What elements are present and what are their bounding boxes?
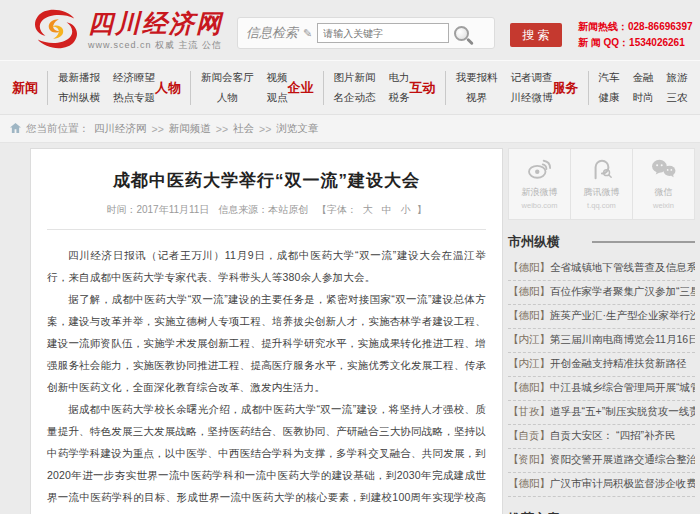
tencent-weibo-link[interactable]: 腾讯微博 t.qq.com: [571, 149, 633, 219]
news-title: 资阳交警开展道路交通综合整治执勤执: [550, 453, 695, 465]
nav-link[interactable]: 金融: [633, 71, 654, 85]
article-source: 信息来源：本站原创: [218, 204, 308, 215]
recommend-title: 推荐文章: [508, 510, 560, 514]
nav-link[interactable]: 图片新闻: [334, 71, 376, 85]
search-button[interactable]: 搜 索: [510, 23, 562, 47]
article-paragraph: 四川经济日报讯（记者王万川）11月9日，成都中医药大学“双一流”建设大会在温江举…: [47, 244, 486, 288]
nav-group-interact: 互动 我要报料 视界 记者调查 川经微博: [410, 71, 553, 105]
search-bar: 信息检索 ✎: [237, 17, 495, 49]
social-domain: weibo.com: [522, 201, 558, 210]
nav-item-people[interactable]: 人物: [155, 79, 181, 97]
nav-link[interactable]: 我要报料: [456, 71, 498, 85]
list-item[interactable]: 【自贡】自贡大安区： “四招”补齐民: [508, 425, 695, 449]
nav-link[interactable]: 税务: [389, 91, 410, 105]
breadcrumb-home[interactable]: 四川经济网: [94, 122, 147, 136]
list-item[interactable]: 【德阳】中江县城乡综合管理局开展“城管榜: [508, 377, 695, 401]
nav-group-news: 新闻 最新播报 市州纵横 经济瞭望 热点专题: [12, 71, 155, 105]
city-news-title: 市州纵横: [508, 233, 560, 251]
nav-link[interactable]: 最新播报: [58, 71, 100, 85]
social-domain: weixin: [653, 201, 674, 210]
news-tag: 【内江】: [508, 357, 550, 369]
font-size-medium[interactable]: 中: [382, 204, 392, 215]
nav-link[interactable]: 汽车: [599, 71, 620, 85]
nav-group-people: 人物 新闻会客厅 人物 视频 观点: [155, 71, 288, 105]
nav-item-enterprise[interactable]: 企业: [288, 79, 314, 97]
sidebar: 新浪微博 weibo.com 腾讯微博 t.qq.com: [508, 148, 695, 514]
city-news-list: 【德阳】全省城镇地下管线普查及信息系统建设 【德阳】百位作家学者聚集广汉参加“三…: [508, 257, 695, 497]
divider: [190, 71, 191, 105]
nav-link[interactable]: 名企动态: [334, 91, 376, 105]
list-item[interactable]: 【德阳】全省城镇地下管线普查及信息系统建设: [508, 257, 695, 281]
nav-link[interactable]: 健康: [599, 91, 620, 105]
nav-link[interactable]: 经济瞭望: [113, 71, 155, 85]
nav-item-interact[interactable]: 互动: [410, 79, 436, 97]
divider: [588, 71, 589, 105]
site-name: 四川经济网: [88, 11, 223, 37]
sina-weibo-link[interactable]: 新浪微博 weibo.com: [509, 149, 571, 219]
article-time: 时间：2017年11月11日: [106, 204, 209, 215]
nav-item-service[interactable]: 服务: [553, 79, 579, 97]
divider: [47, 71, 48, 105]
search-magnifier-icon[interactable]: [454, 26, 469, 41]
breadcrumb-channel[interactable]: 新闻频道: [169, 122, 211, 136]
list-item[interactable]: 【内江】第三届川南电商博览会11月16日内江启: [508, 329, 695, 353]
social-domain: t.qq.com: [587, 201, 616, 210]
list-item[interactable]: 【资阳】资阳交警开展道路交通综合整治执勤执: [508, 449, 695, 473]
home-icon: [10, 123, 21, 135]
logo-swirl-icon: [30, 7, 82, 55]
news-title: 自贡大安区： “四招”补齐民: [550, 429, 675, 441]
nav-link[interactable]: 川经微博: [511, 91, 553, 105]
site-header: 四川经济网 www.sced.cn 权威 主流 公信 信息检索 ✎ 搜 索 新闻…: [0, 0, 700, 60]
site-slogan: 权威 主流 公信: [155, 40, 222, 50]
breadcrumb-separator: >>: [152, 123, 164, 135]
news-tag: 【内江】: [508, 333, 550, 345]
news-qq: 新 闻 QQ：1534026261: [578, 35, 693, 51]
news-tag: 【甘孜】: [508, 405, 550, 417]
font-size-large[interactable]: 大: [363, 204, 373, 215]
news-title: 道孚县“五+”制压实脱贫攻一线责任: [550, 405, 695, 417]
article-paragraph: 据了解，成都中医药大学“双一流”建设的主要任务是，紧密对接国家“双一流”建设总体…: [47, 288, 486, 398]
social-name: 微信: [655, 186, 673, 199]
breadcrumb-category[interactable]: 社会: [233, 122, 254, 136]
nav-link[interactable]: 人物: [217, 91, 238, 105]
breadcrumb: 您当前位置： 四川经济网 >> 新闻频道 >> 社会 >> 浏览文章: [0, 115, 700, 143]
nav-item-news[interactable]: 新闻: [12, 79, 38, 97]
list-item[interactable]: 【内江】开创金融支持精准扶贫新路径: [508, 353, 695, 377]
site-logo[interactable]: 四川经济网 www.sced.cn 权威 主流 公信: [30, 7, 223, 55]
nav-link[interactable]: 电力: [389, 71, 410, 85]
nav-link[interactable]: 三农: [667, 91, 688, 105]
article-paragraph: 据成都中医药大学校长余曙光介绍，成都中医药大学“双一流”建设，将坚持人才强校、质…: [47, 398, 486, 514]
nav-link[interactable]: 旅游: [667, 71, 688, 85]
font-size-suffix: 】: [417, 204, 427, 215]
font-size-prefix: 【字体：: [317, 204, 357, 215]
news-tag: 【德阳】: [508, 381, 550, 393]
nav-link[interactable]: 记者调查: [511, 71, 553, 85]
site-url: www.sced.cn: [88, 40, 152, 50]
social-share-box: 新浪微博 weibo.com 腾讯微博 t.qq.com: [508, 148, 695, 220]
font-size-small[interactable]: 小: [401, 204, 411, 215]
news-tag: 【自贡】: [508, 429, 550, 441]
wechat-link[interactable]: 微信 weixin: [633, 149, 694, 219]
article-body: 四川经济日报讯（记者王万川）11月9日，成都中医药大学“双一流”建设大会在温江举…: [47, 244, 486, 514]
list-item[interactable]: 【甘孜】道孚县“五+”制压实脱贫攻一线责任: [508, 401, 695, 425]
divider: [445, 71, 446, 105]
breadcrumb-separator: >>: [259, 123, 271, 135]
divider: [592, 241, 695, 243]
nav-link[interactable]: 观点: [267, 91, 288, 105]
nav-link[interactable]: 热点专题: [113, 91, 155, 105]
search-input[interactable]: [317, 23, 449, 43]
nav-link[interactable]: 市州纵横: [58, 91, 100, 105]
nav-link[interactable]: 视界: [466, 91, 487, 105]
list-item[interactable]: 【德阳】旌英产业汇·生产型企业家举行沙龙交: [508, 305, 695, 329]
nav-link[interactable]: 视频: [267, 71, 288, 85]
nav-group-enterprise: 企业 图片新闻 名企动态 电力 税务: [288, 71, 410, 105]
news-hotline: 新闻热线：028-86696397: [578, 19, 693, 35]
breadcrumb-separator: >>: [216, 123, 228, 135]
nav-link[interactable]: 时尚: [633, 91, 654, 105]
nav-link[interactable]: 新闻会客厅: [201, 71, 254, 85]
list-item[interactable]: 【德阳】百位作家学者聚集广汉参加“三星堆与: [508, 281, 695, 305]
page-title: 成都中医药大学举行“双一流”建设大会: [47, 169, 486, 192]
article-meta: 时间：2017年11月11日 信息来源：本站原创 【字体：大 中 小】: [47, 203, 486, 230]
news-tag: 【资阳】: [508, 453, 550, 465]
list-item[interactable]: 【德阳】广汉市审计局积极监督涉企收费权力运: [508, 473, 695, 497]
